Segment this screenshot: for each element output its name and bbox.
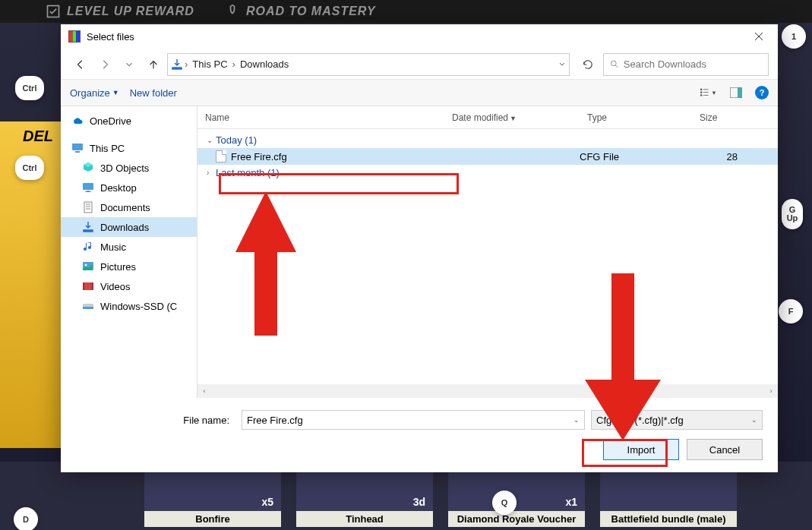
svg-point-17 bbox=[85, 264, 87, 267]
search-input[interactable] bbox=[624, 58, 762, 70]
music-icon bbox=[82, 241, 94, 253]
sort-indicator-icon: ▼ bbox=[510, 115, 517, 122]
scroll-track[interactable] bbox=[211, 385, 764, 397]
forward-button[interactable] bbox=[94, 54, 115, 75]
file-area[interactable]: ⌄ Today (1) Free Fire.cfg CFG File 28 › … bbox=[197, 129, 778, 384]
column-type[interactable]: Type bbox=[580, 112, 692, 123]
dialog-title: Select files bbox=[87, 31, 743, 43]
close-button[interactable] bbox=[743, 26, 775, 47]
scroll-right-button[interactable]: › bbox=[764, 385, 778, 397]
svg-rect-12 bbox=[83, 183, 93, 190]
svg-rect-9 bbox=[738, 87, 742, 98]
sidebar-item-videos[interactable]: Videos bbox=[61, 276, 197, 296]
desktop-icon bbox=[82, 181, 94, 194]
preview-pane-icon bbox=[730, 87, 742, 98]
pictures-icon bbox=[82, 260, 94, 273]
chevron-right-icon: › bbox=[207, 169, 216, 177]
game-top-nav: LEVEL UP REWARD ROAD TO MASTERY bbox=[0, 0, 812, 23]
chevron-right-icon: › bbox=[231, 58, 237, 70]
file-dialog: Select files › This PC › Downloads Organ bbox=[61, 24, 778, 472]
key-hint-q: Q bbox=[492, 491, 517, 515]
view-options-button[interactable]: ▼ bbox=[700, 84, 717, 101]
column-date[interactable]: Date modified▼ bbox=[444, 112, 580, 123]
key-hint-gup: GUp bbox=[782, 199, 803, 229]
svg-rect-14 bbox=[85, 191, 91, 192]
group-header-lastmonth[interactable]: › Last month (1) bbox=[197, 165, 778, 181]
documents-icon bbox=[82, 201, 94, 213]
sidebar-item-music[interactable]: Music bbox=[61, 237, 197, 257]
del-label: DEL bbox=[23, 128, 53, 145]
chevron-down-icon[interactable] bbox=[558, 61, 566, 68]
column-name[interactable]: Name bbox=[197, 112, 444, 123]
sidebar-item-desktop[interactable]: Desktop bbox=[61, 178, 197, 197]
column-size[interactable]: Size bbox=[692, 112, 778, 123]
sidebar-item-thispc[interactable]: This PC bbox=[61, 138, 197, 158]
chevron-down-icon: ⌄ bbox=[751, 416, 757, 424]
chevron-down-icon: ⌄ bbox=[573, 416, 580, 424]
svg-rect-13 bbox=[87, 191, 90, 191]
sidebar-item-3dobjects[interactable]: 3D Objects bbox=[61, 158, 197, 178]
key-hint-ctrl: Ctrl bbox=[15, 156, 44, 180]
refresh-button[interactable] bbox=[576, 53, 600, 76]
dialog-icon bbox=[68, 30, 81, 43]
filetype-dropdown[interactable]: Cfg files (*.cfg)|*.cfg⌄ bbox=[591, 410, 763, 430]
sidebar-item-drive-c[interactable]: Windows-SSD (C bbox=[61, 296, 197, 316]
svg-rect-22 bbox=[83, 307, 93, 309]
group-header-today[interactable]: ⌄ Today (1) bbox=[197, 132, 778, 148]
scroll-left-button[interactable]: ‹ bbox=[197, 385, 211, 397]
refresh-icon bbox=[583, 59, 593, 70]
onedrive-icon bbox=[71, 115, 84, 127]
view-list-icon bbox=[700, 87, 709, 98]
horizontal-scrollbar[interactable]: ‹ › bbox=[197, 384, 778, 398]
help-button[interactable]: ? bbox=[755, 86, 769, 99]
key-hint-d: D bbox=[14, 507, 38, 530]
chevron-right-icon: › bbox=[183, 58, 189, 70]
breadcrumb-item[interactable]: Downloads bbox=[237, 58, 292, 70]
chevron-down-icon: ⌄ bbox=[207, 136, 216, 144]
sidebar-item-pictures[interactable]: Pictures bbox=[61, 257, 197, 276]
svg-rect-19 bbox=[83, 282, 84, 290]
svg-rect-2 bbox=[700, 89, 702, 90]
sidebar: OneDrive This PC 3D Objects Desktop Docu… bbox=[61, 106, 197, 398]
key-hint-1: 1 bbox=[782, 24, 806, 49]
search-icon bbox=[610, 59, 619, 69]
svg-rect-10 bbox=[72, 144, 83, 150]
up-button[interactable] bbox=[143, 54, 164, 75]
svg-rect-15 bbox=[84, 202, 92, 213]
svg-rect-7 bbox=[703, 95, 709, 96]
videos-icon bbox=[82, 280, 94, 292]
filename-input[interactable]: Free Fire.cfg⌄ bbox=[242, 410, 585, 430]
svg-rect-11 bbox=[75, 151, 80, 153]
address-bar[interactable]: › This PC › Downloads bbox=[167, 53, 570, 76]
sidebar-item-onedrive[interactable]: OneDrive bbox=[61, 111, 197, 131]
preview-pane-button[interactable] bbox=[728, 84, 744, 101]
close-icon bbox=[754, 32, 763, 41]
file-list-pane: Name Date modified▼ Type Size ⌄ Today (1… bbox=[197, 106, 778, 398]
svg-rect-4 bbox=[700, 94, 702, 96]
level-up-reward[interactable]: LEVEL UP REWARD bbox=[46, 4, 194, 19]
cancel-button[interactable]: Cancel bbox=[687, 439, 763, 460]
search-box[interactable] bbox=[603, 53, 769, 76]
key-hint-f: F bbox=[779, 299, 803, 323]
organize-menu[interactable]: Organize ▼ bbox=[70, 87, 119, 99]
filename-label: File name: bbox=[76, 415, 235, 426]
back-button[interactable] bbox=[70, 54, 91, 75]
dialog-titlebar: Select files bbox=[61, 24, 778, 49]
dialog-footer: File name: Free Fire.cfg⌄ Cfg files (*.c… bbox=[61, 398, 778, 472]
svg-rect-18 bbox=[83, 282, 93, 290]
svg-rect-3 bbox=[700, 91, 702, 93]
new-folder-button[interactable]: New folder bbox=[130, 87, 177, 99]
svg-rect-20 bbox=[92, 282, 93, 290]
svg-rect-5 bbox=[703, 89, 709, 90]
breadcrumb-item[interactable]: This PC bbox=[189, 58, 230, 70]
svg-rect-6 bbox=[703, 92, 709, 93]
sidebar-item-downloads[interactable]: Downloads bbox=[61, 217, 197, 237]
import-button[interactable]: Import bbox=[603, 439, 679, 460]
file-row[interactable]: Free Fire.cfg CFG File 28 bbox=[197, 148, 778, 165]
recent-dropdown[interactable] bbox=[118, 54, 140, 75]
sidebar-item-documents[interactable]: Documents bbox=[61, 197, 197, 217]
downloads-icon bbox=[82, 221, 94, 233]
drive-icon bbox=[82, 300, 94, 312]
road-to-mastery[interactable]: ROAD TO MASTERY bbox=[225, 4, 376, 19]
svg-point-1 bbox=[611, 61, 616, 66]
